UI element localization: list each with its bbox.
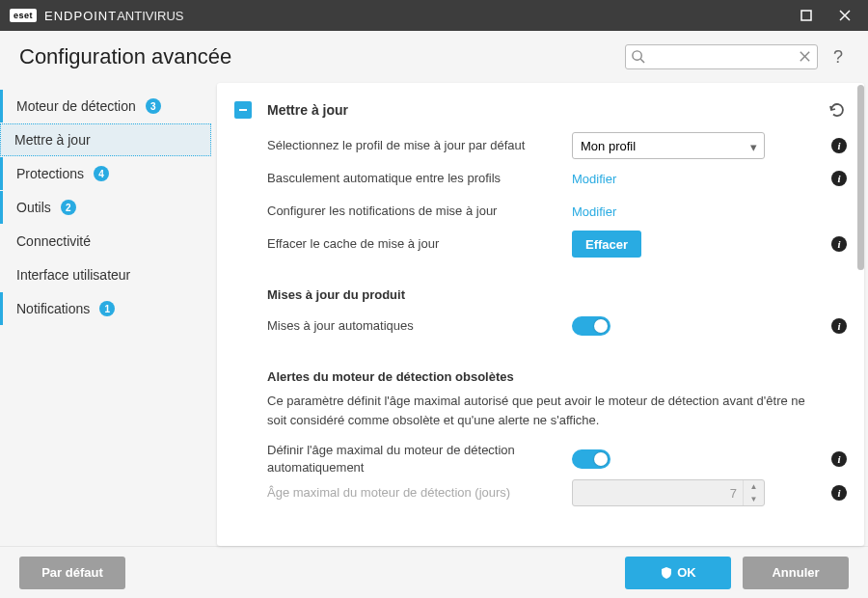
clear-search-icon[interactable] [798, 49, 812, 64]
clear-cache-label: Effacer le cache de mise à jour [234, 235, 572, 253]
sidebar-item-protections[interactable]: Protections 4 [0, 157, 211, 190]
sidebar-item-label: Notifications [16, 301, 90, 316]
svg-point-3 [633, 51, 641, 60]
search-icon [631, 49, 645, 64]
revert-icon[interactable] [827, 100, 847, 120]
info-icon[interactable]: i [831, 138, 847, 153]
product-name-strong: ENDPOINT [44, 9, 117, 23]
configure-notifications-label: Configurer les notifications de mise à j… [234, 203, 572, 220]
auto-updates-label: Mises à jour automatiques [234, 317, 572, 335]
header: Configuration avancée ? [0, 31, 868, 83]
app-window: eset ENDPOINT ANTIVIRUS Configuration av… [0, 0, 868, 598]
default-profile-label: Sélectionnez le profil de mise à jour pa… [234, 137, 572, 154]
auto-switch-edit-link[interactable]: Modifier [572, 172, 616, 186]
max-age-value: 7 [730, 486, 737, 501]
clear-cache-button[interactable]: Effacer [572, 231, 641, 258]
cancel-button[interactable]: Annuler [743, 557, 849, 589]
sidebar-item-label: Outils [16, 200, 51, 215]
sidebar-item-tools[interactable]: Outils 2 [0, 191, 211, 224]
titlebar: eset ENDPOINT ANTIVIRUS [0, 0, 868, 31]
svg-rect-0 [801, 11, 811, 20]
info-icon[interactable]: i [831, 171, 847, 186]
shield-icon [660, 566, 673, 580]
sidebar-item-label: Protections [16, 166, 84, 181]
max-age-label: Âge maximal du moteur de détection (jour… [234, 484, 572, 502]
sidebar-item-ui[interactable]: Interface utilisateur [0, 258, 211, 291]
window-close-button[interactable] [826, 0, 864, 31]
sidebar-badge: 2 [61, 200, 76, 215]
info-icon[interactable]: i [831, 318, 847, 334]
sidebar-item-connectivity[interactable]: Connectivité [0, 225, 211, 258]
info-icon[interactable]: i [831, 451, 847, 467]
sidebar-item-notifications[interactable]: Notifications 1 [0, 292, 211, 325]
ok-button[interactable]: OK [625, 557, 731, 589]
window-maximize-button[interactable] [787, 0, 826, 31]
brand-badge: eset [10, 9, 37, 22]
help-button[interactable]: ? [827, 47, 849, 68]
content-panel: Mettre à jour Sélectionnez le profil de … [217, 83, 864, 546]
sidebar-badge: 1 [99, 301, 115, 316]
search-box [625, 44, 818, 69]
svg-rect-7 [239, 109, 247, 111]
auto-max-age-toggle[interactable] [572, 449, 610, 469]
default-profile-select[interactable]: Mon profil [572, 132, 765, 159]
scrollbar[interactable] [856, 83, 864, 546]
collapse-toggle[interactable] [234, 101, 252, 119]
sidebar-item-label: Connectivité [16, 233, 91, 249]
footer: Par défaut OK Annuler [0, 546, 868, 598]
spinner-up-icon: ▲ [744, 480, 764, 493]
sidebar-badge: 4 [94, 166, 109, 181]
sidebar-item-label: Moteur de détection [16, 98, 136, 114]
auto-switch-label: Basculement automatique entre les profil… [234, 170, 572, 187]
info-icon[interactable]: i [831, 236, 847, 252]
sidebar-item-update[interactable]: Mettre à jour [0, 123, 211, 156]
product-name-light: ANTIVIRUS [117, 9, 183, 23]
max-age-spinner: 7 ▲ ▼ [572, 479, 765, 506]
configure-notifications-link[interactable]: Modifier [572, 204, 616, 219]
product-updates-heading: Mises à jour du produit [234, 260, 847, 310]
engine-alerts-heading: Alertes du moteur de détection obsolètes [234, 342, 847, 392]
page-title: Configuration avancée [19, 44, 231, 69]
info-icon[interactable]: i [831, 485, 847, 501]
svg-line-4 [640, 59, 644, 63]
auto-max-age-label: Définir l'âge maximal du moteur de détec… [234, 442, 572, 476]
sidebar-item-detection-engine[interactable]: Moteur de détection 3 [0, 90, 211, 122]
engine-alerts-description: Ce paramètre définit l'âge maximal autor… [234, 392, 847, 441]
spinner-down-icon: ▼ [744, 493, 764, 505]
sidebar: Moteur de détection 3 Mettre à jour Prot… [0, 83, 217, 546]
section-title: Mettre à jour [267, 102, 827, 118]
search-input[interactable] [625, 44, 818, 69]
sidebar-badge: 3 [146, 98, 161, 114]
defaults-button[interactable]: Par défaut [19, 557, 125, 589]
auto-updates-toggle[interactable] [572, 316, 610, 336]
sidebar-item-label: Mettre à jour [14, 132, 91, 148]
sidebar-item-label: Interface utilisateur [16, 267, 130, 283]
